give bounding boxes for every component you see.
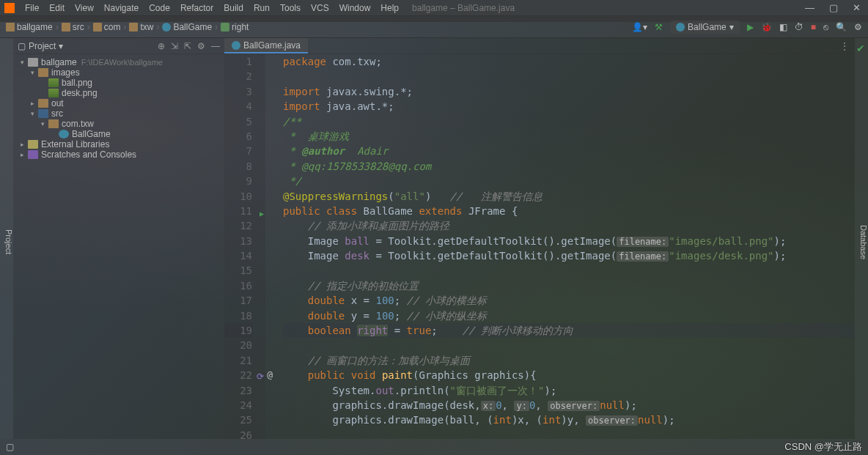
right-tool-stripe: Database (855, 38, 868, 439)
menu-refactor[interactable]: Refactor (176, 1, 218, 15)
navigation-toolbar: ballgame› src› com› txw› BallGame› right… (0, 16, 868, 38)
folder-icon (129, 23, 138, 32)
field-icon (221, 23, 229, 32)
hide-icon[interactable]: — (211, 41, 220, 51)
menu-tools[interactable]: Tools (276, 1, 305, 15)
menu-navigate[interactable]: Navigate (100, 1, 143, 15)
run-button[interactable]: ▶ (747, 22, 754, 32)
tree-node[interactable]: ▸External Libraries (13, 139, 224, 149)
class-icon (162, 23, 171, 32)
folder-icon (6, 23, 15, 32)
git-button[interactable]: ⎋ (823, 22, 828, 32)
crumb-txw[interactable]: txw (129, 22, 153, 32)
close-button[interactable]: ✕ (850, 2, 864, 13)
crumb-field[interactable]: right (221, 22, 249, 32)
stop-button[interactable]: ■ (811, 22, 816, 32)
tree-node[interactable]: ball.png (13, 78, 224, 88)
build-button[interactable]: ⚒ (655, 22, 663, 32)
collapse-all-icon[interactable]: ⇱ (184, 41, 191, 51)
minimize-button[interactable]: — (802, 2, 817, 13)
crumb-com[interactable]: com (93, 22, 121, 32)
app-logo-icon (4, 3, 15, 13)
database-tool-button[interactable]: Database (859, 225, 868, 259)
line-gutter[interactable]: 1234567891011▶1213141516171819202122⟳@23… (224, 54, 265, 439)
editor-tab-ballgame[interactable]: BallGame.java (224, 38, 308, 53)
menu-build[interactable]: Build (219, 1, 248, 15)
crumb-class[interactable]: BallGame (162, 22, 212, 32)
settings-icon[interactable]: ⚙ (197, 41, 205, 51)
tree-node[interactable]: ▾com.txw (13, 119, 224, 129)
project-tree[interactable]: ▾ballgameF:\IDEAWork\ballgame▾imagesball… (13, 54, 224, 163)
select-opened-icon[interactable]: ⊕ (158, 41, 165, 51)
settings-button[interactable]: ⚙ (854, 22, 862, 32)
editor-area: BallGame.java ⋮ 1234567891011▶1213141516… (224, 38, 855, 439)
inspection-ok-icon[interactable]: ✔ (856, 42, 865, 54)
tree-node[interactable]: ▾ballgameF:\IDEAWork\ballgame (13, 57, 224, 67)
folder-icon (62, 23, 70, 32)
maximize-button[interactable]: ▢ (826, 2, 841, 13)
menu-file[interactable]: File (21, 1, 43, 15)
menu-vcs[interactable]: VCS (306, 1, 334, 15)
tree-node[interactable]: ▾images (13, 67, 224, 78)
left-tool-stripe: Project Structure Bookmarks (0, 38, 13, 439)
menu-edit[interactable]: Edit (45, 1, 69, 15)
code-content[interactable]: package com.txw; import javax.swing.*;im… (265, 54, 855, 439)
panel-title[interactable]: ▢ Project ▾ (18, 41, 63, 51)
breadcrumb: ballgame› src› com› txw› BallGame› right (6, 22, 249, 32)
debug-button[interactable]: 🐞 (761, 22, 772, 32)
window-title: ballgame – BallGame.java (412, 3, 515, 13)
code-editor[interactable]: 1234567891011▶1213141516171819202122⟳@23… (224, 54, 855, 439)
menu-bar: File Edit View Navigate Code Refactor Bu… (0, 0, 868, 16)
crumb-src[interactable]: src (62, 22, 84, 32)
run-config-selector[interactable]: BallGame ▾ (670, 21, 740, 34)
menu-code[interactable]: Code (144, 1, 174, 15)
tree-node[interactable]: desk.png (13, 88, 224, 98)
menu-window[interactable]: Window (335, 1, 375, 15)
tree-node[interactable]: ▸out (13, 98, 224, 108)
search-button[interactable]: 🔍 (836, 22, 847, 32)
editor-menu-icon[interactable]: ⋮ (840, 41, 849, 51)
status-icon[interactable]: ▢ (6, 442, 14, 452)
status-bar: ▢ CSDN @学无止路 (0, 439, 868, 455)
profile-button[interactable]: ⏱ (795, 22, 803, 32)
project-panel: ▢ Project ▾ ⊕ ⇲ ⇱ ⚙ — ▾ballgameF:\IDEAWo… (13, 38, 224, 439)
menu-help[interactable]: Help (376, 1, 403, 15)
expand-all-icon[interactable]: ⇲ (171, 41, 178, 51)
tree-node[interactable]: ▸Scratches and Consoles (13, 149, 224, 160)
folder-icon (93, 23, 102, 32)
project-tool-button[interactable]: Project (4, 229, 13, 254)
crumb-ballgame[interactable]: ballgame (6, 22, 53, 32)
tree-node[interactable]: ▾src (13, 108, 224, 119)
watermark: CSDN @学无止路 (784, 440, 862, 454)
class-icon (676, 23, 685, 32)
user-icon[interactable]: 👤▾ (632, 22, 647, 32)
menu-view[interactable]: View (70, 1, 98, 15)
coverage-button[interactable]: ◧ (779, 22, 787, 32)
tree-node[interactable]: BallGame (13, 129, 224, 139)
class-icon (232, 41, 240, 50)
menu-run[interactable]: Run (249, 1, 274, 15)
